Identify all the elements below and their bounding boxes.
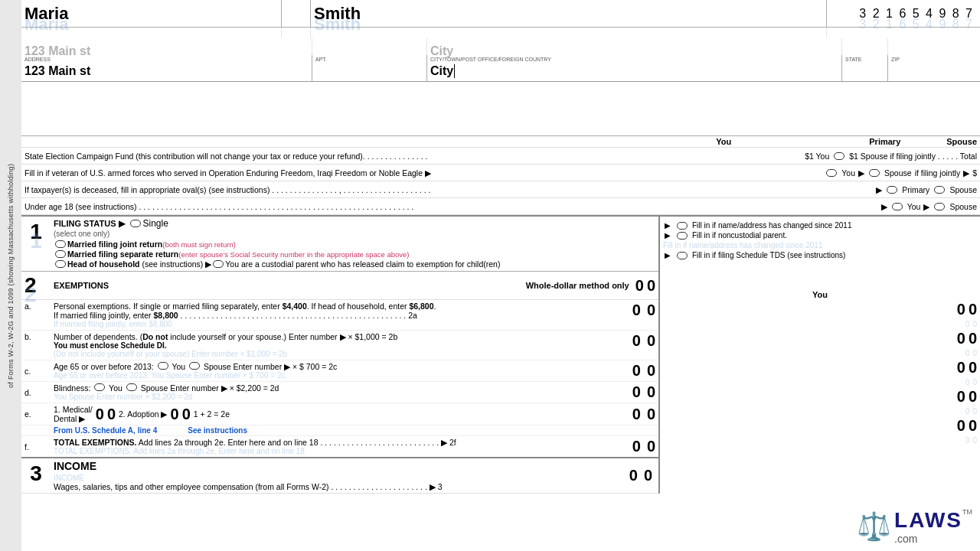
veteran-right: You ▶ Spouse if filing jointly ▶ $ <box>825 168 977 178</box>
income-title-ghost: INCOME <box>54 474 620 482</box>
laws-logo-text: LAWS <box>894 508 962 533</box>
rz7: 0 <box>957 388 965 406</box>
income-values: 0 0 <box>623 460 658 491</box>
right-zeros-row2-ghost: 0 0 <box>663 349 977 357</box>
exemptions-header: 2 2 EXEMPTIONS Whole-dollar method only … <box>21 272 658 300</box>
filing-married-sep-oval[interactable] <box>55 250 66 258</box>
income-wages-text: Wages, salaries, tips and other employee… <box>54 482 443 491</box>
schedule-arrow1: ▶ <box>665 221 671 230</box>
exempt-2a-val1: 0 <box>632 302 641 319</box>
state-election-right: $1 You $1 Spouse if filing jointly . . .… <box>805 152 977 161</box>
rz5: 0 <box>957 359 965 377</box>
rz5g: 0 <box>965 378 970 386</box>
exempt-2b-val2: 0 <box>647 332 655 350</box>
first-name-cell: Maria <box>21 0 282 27</box>
rz8: 0 <box>969 388 977 406</box>
exempt-2c-you-oval[interactable] <box>158 362 168 370</box>
exempt-2d-val2: 0 <box>647 383 655 401</box>
laws-scales-icon: ⚖️ <box>857 510 891 543</box>
filing-head-extra: You are a custodial parent who has relea… <box>225 259 500 269</box>
state-election-you-oval[interactable] <box>834 152 844 160</box>
exempt-2b-val1: 0 <box>632 332 641 350</box>
exempt-2f-val2: 0 <box>647 438 655 455</box>
section1-number-shadow: 1 <box>30 229 42 253</box>
zip-cell: ZIP <box>888 55 980 81</box>
state-election-row: State Election Campaign Fund (this contr… <box>21 148 980 165</box>
address-label: ADDRESS <box>24 57 309 62</box>
address-main-cell: ADDRESS 123 Main st <box>21 55 312 81</box>
zip-label: ZIP <box>891 57 977 62</box>
cursor <box>454 64 455 78</box>
schedule-name-changed-ghost: Fill in if name/address has changed sinc… <box>663 241 977 249</box>
filing-status-title: FILING STATUS <box>54 219 116 228</box>
exempt-2b-letter: b. <box>24 332 54 341</box>
under-age-spouse-oval[interactable] <box>934 203 945 210</box>
schedule-arrow2: ▶ <box>665 231 671 240</box>
filing-status-section: 1 1 FILING STATUS ▶ Single (select one o… <box>21 217 658 272</box>
schedule-noncustodial-oval[interactable] <box>677 232 688 240</box>
income-title: INCOME <box>54 460 620 472</box>
rz7g: 0 <box>965 407 970 416</box>
you-primary-spouse-labels: You Primary Spouse <box>21 136 980 148</box>
filing-single-oval[interactable] <box>130 220 141 227</box>
main-content: Maria Smith 3 2 1 6 5 4 9 8 7 Maria Smit… <box>21 0 980 551</box>
exempt-2c-values: 0 0 <box>632 362 655 380</box>
you-top-label: You <box>716 137 731 146</box>
exempt-2b-ghost: (Do not include yourself or your spouse)… <box>54 350 626 358</box>
filing-married-joint-note: (both must sign return) <box>162 240 236 249</box>
exempt-2d-content: Blindness: You Spouse Enter number ▶ × $… <box>54 383 626 401</box>
apt-label: APT. <box>315 57 423 62</box>
laws-com: .com <box>894 533 972 545</box>
you-exemption-label: You <box>663 290 977 299</box>
exempt-2e-medical-label: 1. Medical/Dental ▶ <box>54 405 93 423</box>
veteran-spouse-oval[interactable] <box>869 169 880 177</box>
exempt-2f-letter: f. <box>24 442 54 452</box>
exempt-2d-spouse-oval[interactable] <box>126 383 137 391</box>
under-age-arrow: ▶ <box>881 202 887 211</box>
veteran-you-oval[interactable] <box>826 169 837 177</box>
rz4g: 0 <box>972 349 977 357</box>
exempt-2c-content: Age 65 or over before 2013: You Spouse E… <box>54 362 626 380</box>
schedule-name-changed-oval[interactable] <box>677 222 688 230</box>
filing-status-content: FILING STATUS ▶ Single (select one only)… <box>51 218 658 269</box>
deceased-spouse-oval[interactable] <box>934 186 945 194</box>
exempt-2a-content: Personal exemptions. If single or marrie… <box>54 302 626 328</box>
right-zeros-row2: 0 0 <box>663 330 977 347</box>
exemptions-section: 2 2 EXEMPTIONS Whole-dollar method only … <box>21 272 658 458</box>
exemption-2a-row: a. Personal exemptions. If single or mar… <box>21 300 658 331</box>
filing-married-joint-oval[interactable] <box>55 240 66 248</box>
left-form-col: 1 1 FILING STATUS ▶ Single (select one o… <box>21 217 658 494</box>
whole-dollar-note: Whole-dollar method only <box>526 281 629 290</box>
exempt-2e-letter: e. <box>24 409 54 419</box>
last-name-cell: Smith <box>311 0 827 27</box>
section1-number-col: 1 1 <box>21 218 51 269</box>
exempt-2c-spouse-oval[interactable] <box>189 362 200 370</box>
veteran-jointly: if filing jointly <box>915 168 961 178</box>
deceased-primary-oval[interactable] <box>887 186 897 194</box>
exempt-2c-letter: c. <box>24 367 54 376</box>
section3-number-col: 3 <box>21 460 51 491</box>
laws-tm: TM <box>962 508 972 516</box>
filing-status-header: FILING STATUS ▶ Single <box>54 218 655 229</box>
filing-head-oval[interactable] <box>55 260 66 268</box>
last-name-value: Smith <box>314 4 361 24</box>
exemption-2c-row: c. Age 65 or over before 2013: You Spous… <box>21 360 658 382</box>
info-section: You Primary Spouse State Election Campai… <box>21 135 980 215</box>
exempt-2e-s2v1: 0 <box>171 406 179 423</box>
under-age-you-oval[interactable] <box>892 203 903 210</box>
from-schedule-text: From U.S. Schedule A, line 4 <box>54 426 157 435</box>
state-cell: STATE <box>842 55 888 81</box>
exempt-2e-s1v2: 0 <box>107 406 116 423</box>
city-value: City <box>430 62 838 80</box>
exempt-2c-val1: 0 <box>632 362 641 380</box>
address-primary-row: ADDRESS 123 Main st APT. CITY/TOWN/POST … <box>21 55 980 81</box>
schedule-tds-oval[interactable] <box>677 252 688 259</box>
rz2g: 0 <box>972 320 977 328</box>
right-schedule-col: ▶ Fill in if name/address has changed si… <box>658 217 980 494</box>
laws-title-row: LAWS TM <box>894 508 972 533</box>
filing-head-oval2[interactable] <box>213 260 224 268</box>
exempt-2f-text: TOTAL EXEMPTIONS. Add lines 2a through 2… <box>54 438 626 447</box>
rz9: 0 <box>957 417 965 435</box>
exempt-2a-val2: 0 <box>647 302 655 319</box>
exempt-2d-you-oval[interactable] <box>94 383 105 391</box>
